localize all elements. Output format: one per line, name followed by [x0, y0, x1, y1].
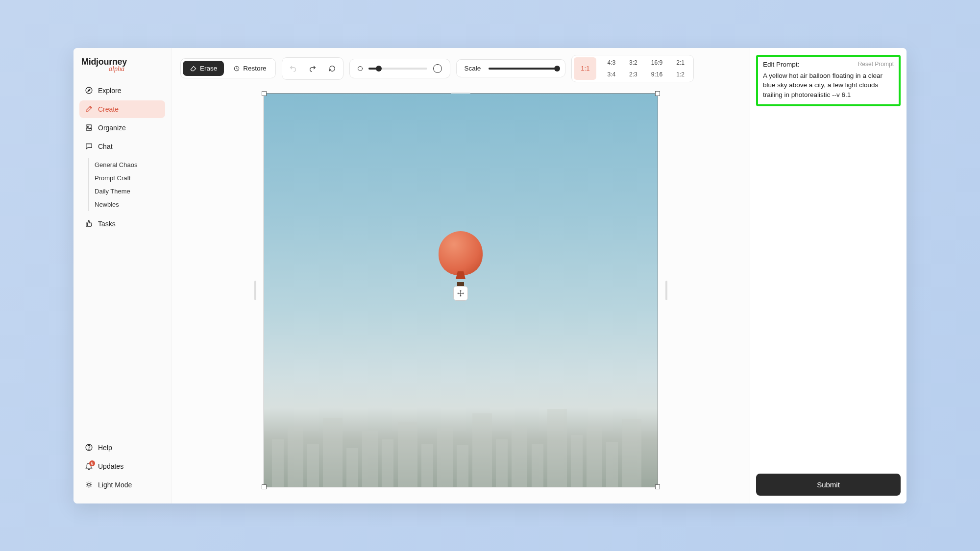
undo-button[interactable]: [284, 60, 302, 77]
toolbar: Erase Restore: [172, 48, 750, 87]
restore-label: Restore: [243, 65, 266, 72]
aspect-ratio-group: 1:1 4:3 3:2 16:9 2:1 3:4 2:3 9:16 1:2: [571, 55, 694, 82]
image-icon: [84, 123, 93, 132]
sidebar-label: Explore: [98, 87, 121, 95]
canvas-frame[interactable]: [264, 93, 658, 487]
logo: Midjourney alpha: [79, 57, 165, 73]
brush-size-group: [349, 59, 450, 78]
aspect-ratio-current[interactable]: 1:1: [574, 57, 596, 80]
scale-slider[interactable]: [489, 68, 557, 70]
erase-restore-group: Erase Restore: [180, 58, 276, 78]
chat-icon: [84, 142, 93, 151]
sidebar-label: Updates: [98, 462, 123, 470]
restore-button[interactable]: Restore: [226, 61, 273, 76]
app-window: Midjourney alpha Explore Create Organize: [74, 48, 906, 503]
compass-icon: [84, 86, 93, 95]
updates-badge: 6: [89, 460, 95, 466]
resize-handle-tr[interactable]: [655, 91, 660, 96]
submit-button[interactable]: Submit: [756, 474, 901, 496]
brush-size-slider[interactable]: [368, 68, 427, 70]
canvas-area: [172, 87, 750, 503]
sun-icon: [84, 480, 93, 489]
erase-label: Erase: [200, 65, 217, 72]
reset-prompt-button[interactable]: Reset Prompt: [858, 61, 894, 68]
sidebar-item-organize[interactable]: Organize: [79, 119, 165, 137]
right-panel: Edit Prompt: Reset Prompt A yellow hot a…: [750, 48, 906, 503]
scale-label: Scale: [465, 65, 481, 72]
scale-group: Scale: [456, 59, 566, 77]
sidebar-label: Organize: [98, 124, 126, 132]
erase-button[interactable]: Erase: [183, 61, 224, 76]
chat-room-general[interactable]: General Chaos: [95, 158, 165, 171]
brush-icon: [84, 105, 93, 114]
sidebar-item-updates[interactable]: 6 Updates: [79, 457, 165, 475]
chat-sublist: General Chaos Prompt Craft Daily Theme N…: [88, 158, 165, 211]
sidebar-label: Help: [98, 444, 112, 452]
sidebar-label: Chat: [98, 143, 113, 150]
resize-handle-bl[interactable]: [262, 484, 267, 489]
resize-handle-br[interactable]: [655, 484, 660, 489]
sidebar-item-tasks[interactable]: Tasks: [79, 215, 165, 233]
ratio-9-16[interactable]: 9:16: [644, 69, 669, 80]
thumbs-up-icon: [84, 219, 93, 228]
move-handle[interactable]: [453, 286, 468, 301]
redo-button[interactable]: [304, 60, 321, 77]
side-handle-left[interactable]: [254, 281, 256, 300]
city-graphic: [264, 400, 658, 487]
restore-icon: [233, 65, 240, 72]
prompt-box: Edit Prompt: Reset Prompt A yellow hot a…: [756, 55, 901, 107]
logo-sub: alpha: [109, 65, 165, 73]
history-group: [282, 57, 343, 80]
svg-marker-1: [88, 89, 90, 91]
sidebar-label: Tasks: [98, 220, 116, 228]
prompt-title: Edit Prompt:: [763, 61, 799, 68]
brush-min-icon: [358, 66, 363, 71]
sidebar-item-light-mode[interactable]: Light Mode: [79, 476, 165, 494]
reset-button[interactable]: [323, 60, 341, 77]
resize-handle-tl[interactable]: [262, 91, 267, 96]
prompt-text[interactable]: A yellow hot air balloon floating in a c…: [763, 71, 894, 100]
sidebar-item-chat[interactable]: Chat: [79, 138, 165, 155]
sidebar-label: Light Mode: [98, 481, 132, 489]
ratio-16-9[interactable]: 16:9: [644, 57, 669, 68]
ratio-2-1[interactable]: 2:1: [669, 57, 691, 68]
ratio-1-2[interactable]: 1:2: [669, 69, 691, 80]
side-handle-right[interactable]: [665, 281, 667, 300]
sidebar-label: Create: [98, 105, 119, 113]
ratio-2-3[interactable]: 2:3: [622, 69, 644, 80]
help-icon: [84, 443, 93, 452]
main-area: Erase Restore: [172, 48, 750, 503]
chat-room-prompt-craft[interactable]: Prompt Craft: [95, 171, 165, 185]
sidebar-item-help[interactable]: Help: [79, 439, 165, 456]
sidebar-item-create[interactable]: Create: [79, 100, 165, 118]
chat-room-daily-theme[interactable]: Daily Theme: [95, 185, 165, 198]
ratio-4-3[interactable]: 4:3: [600, 57, 622, 68]
balloon-graphic: [439, 231, 483, 285]
ratio-3-2[interactable]: 3:2: [622, 57, 644, 68]
ratio-3-4[interactable]: 3:4: [600, 69, 622, 80]
sidebar: Midjourney alpha Explore Create Organize: [74, 48, 172, 503]
bell-icon: 6: [84, 462, 93, 471]
svg-point-5: [88, 449, 89, 449]
sidebar-item-explore[interactable]: Explore: [79, 82, 165, 99]
svg-rect-2: [86, 125, 91, 130]
svg-point-6: [87, 483, 90, 486]
chat-room-newbies[interactable]: Newbies: [95, 198, 165, 211]
aspect-ratio-grid: 4:3 3:2 16:9 2:1 3:4 2:3 9:16 1:2: [600, 57, 691, 80]
brush-max-icon: [433, 64, 442, 73]
erase-icon: [190, 65, 197, 72]
